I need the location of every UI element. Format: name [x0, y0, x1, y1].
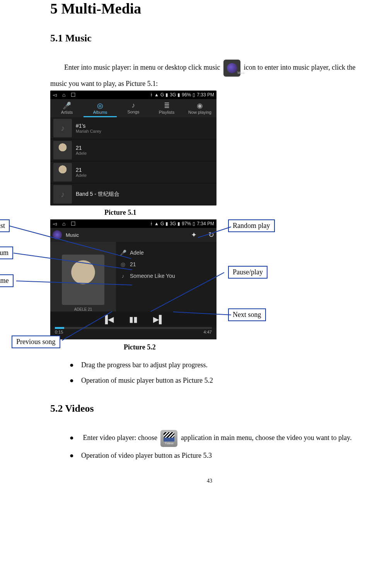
player-header: Music ✦ ↻ [50, 228, 216, 242]
music-tabs: 🎤 Artists ◎ Albums ♪ Songs ≣ Playlists ◉… [50, 99, 216, 117]
shuffle-icon[interactable]: ✦ [191, 231, 197, 239]
intro-paragraph: Enter into music player: in menu or desk… [50, 60, 369, 91]
album-art-placeholder: ♪ [53, 185, 72, 204]
tab-label: Playlists [159, 110, 174, 115]
album-name: 21 [130, 261, 136, 267]
album-artist: Adele [76, 151, 87, 156]
album-title: #1's [76, 123, 101, 129]
network-3g-label: 3G [170, 92, 176, 98]
bullet-item: Operation of video player button as Pict… [70, 448, 369, 462]
clock: 7:33 PM [197, 92, 214, 98]
callout-pause: Pause/play [228, 266, 268, 279]
bullet-item: Operation of music player button as Pict… [70, 373, 369, 387]
bluetooth-icon: ᚼ [150, 92, 153, 98]
signal-icon: ▮ [165, 221, 168, 226]
callout-previous: Previous song [12, 335, 60, 348]
album-row[interactable]: ♪ #1's Mariah Carey [50, 117, 216, 139]
recents-icon: ☐ [71, 92, 76, 98]
callout-songname: Song name [0, 274, 14, 287]
softkeys: ◅ ⌂ ☐ [53, 92, 76, 98]
tab-label: Now playing [188, 110, 211, 115]
tab-playlists[interactable]: ≣ Playlists [150, 99, 183, 117]
music-bullets: Drag the progress bar to adjust play pro… [70, 358, 369, 387]
status-bar: ◅ ⌂ ☐ ᚼ ▲ G ▮ 3G ▮ 97% ▯ 7:34 PM [50, 219, 216, 228]
time-total: 4:47 [204, 330, 212, 334]
player-title: Music [66, 232, 79, 238]
music-app-icon: Music [223, 60, 240, 77]
callout-next: Next song [228, 308, 266, 321]
list-icon: ≣ [150, 101, 183, 110]
back-icon: ◅ [53, 221, 57, 227]
network-3g-label: 3G [170, 221, 176, 226]
battery-percent: 97% [182, 221, 191, 226]
time-elapsed: 0:15 [55, 330, 63, 334]
recents-icon: ☐ [71, 221, 76, 227]
network-g-icon: G [160, 92, 164, 98]
chapter-title: 5 Multi-Media [50, 0, 369, 17]
callout-artist: Artist [0, 219, 10, 232]
video-bullets: Enter video player: choose Videos applic… [70, 430, 369, 462]
player-controls: ▐◀ ▮▮ ▶▌ [50, 312, 216, 327]
next-button[interactable]: ▶▌ [153, 315, 164, 324]
album-art [53, 163, 72, 181]
album-title: 21 [76, 145, 87, 151]
page-number: 43 [50, 478, 369, 484]
wifi-icon: ▲ [154, 221, 159, 226]
battery-icon: ▯ [193, 221, 195, 226]
album-row[interactable]: 21 Adele [50, 139, 216, 161]
album-title: Band 5 - 世纪组合 [76, 191, 119, 198]
intro-text-a: Enter into music player: in menu or desk… [64, 63, 222, 71]
tab-label: Albums [93, 110, 107, 115]
tab-label: Songs [127, 110, 139, 114]
caption-picture-5-1: Picture 5.1 [104, 205, 369, 219]
progress-bar[interactable] [55, 327, 212, 329]
bullet-item: Drag the progress bar to adjust play pro… [70, 358, 369, 372]
callout-random: Random play [228, 219, 275, 232]
tab-now-playing[interactable]: ◉ Now playing [183, 99, 216, 117]
bluetooth-icon: ᚼ [150, 221, 153, 226]
tab-songs[interactable]: ♪ Songs [117, 99, 150, 117]
tab-albums[interactable]: ◎ Albums [84, 99, 117, 117]
cover-caption: ADELE 21 [74, 307, 92, 312]
artist-name: Adele [130, 250, 144, 256]
callout-album: Album [0, 246, 13, 259]
back-icon: ◅ [53, 92, 57, 98]
album-cover: ADELE 21 [50, 242, 116, 312]
album-row[interactable]: ♪ Band 5 - 世纪组合 [50, 183, 216, 205]
song-name: Someone Like You [130, 273, 175, 279]
pause-button[interactable]: ▮▮ [129, 315, 138, 324]
section-videos-title: 5.2 Videos [50, 403, 369, 414]
home-icon: ⌂ [62, 221, 65, 227]
section-music-title: 5.1 Music [50, 33, 369, 44]
album-art-placeholder: ♪ [53, 119, 72, 137]
wifi-icon: ▲ [154, 92, 159, 98]
note-icon: ♪ [120, 273, 126, 279]
album-row[interactable]: 21 Adele [50, 161, 216, 183]
bullet-text-b: application in main menu, choose the vid… [181, 434, 352, 442]
clock: 7:34 PM [197, 221, 214, 226]
tab-label: Artists [61, 110, 73, 115]
disc-icon: ◎ [84, 101, 117, 110]
screenshot-now-playing: ◅ ⌂ ☐ ᚼ ▲ G ▮ 3G ▮ 97% ▯ 7:34 PM [50, 219, 216, 339]
bullet-item: Enter video player: choose Videos applic… [70, 430, 369, 447]
status-bar: ◅ ⌂ ☐ ᚼ ▲ G ▮ 3G ▮ 96% ▯ 7:33 PM [50, 91, 216, 99]
battery-icon: ▯ [193, 92, 195, 98]
home-icon: ⌂ [62, 92, 65, 98]
album-art [53, 141, 72, 159]
song-row: ♪ Someone Like You [120, 273, 213, 279]
signal-icon: ▮ [165, 92, 168, 98]
album-title: 21 [76, 167, 87, 173]
battery-percent: 96% [182, 92, 191, 98]
album-artist: Mariah Carey [76, 129, 101, 134]
network-g-icon: G [160, 221, 164, 226]
disc-icon: ◎ [120, 261, 126, 267]
nowplaying-icon: ◉ [183, 101, 216, 110]
mic-icon: 🎤 [50, 101, 84, 110]
album-artist: Adele [76, 173, 87, 178]
music-app-icon-label: Music [223, 70, 240, 76]
signal-icon-2: ▮ [177, 221, 180, 226]
tab-artists[interactable]: 🎤 Artists [50, 99, 84, 117]
mic-icon: 🎤 [120, 250, 126, 256]
album-row: ◎ 21 [120, 261, 213, 267]
artist-row: 🎤 Adele [120, 250, 213, 256]
